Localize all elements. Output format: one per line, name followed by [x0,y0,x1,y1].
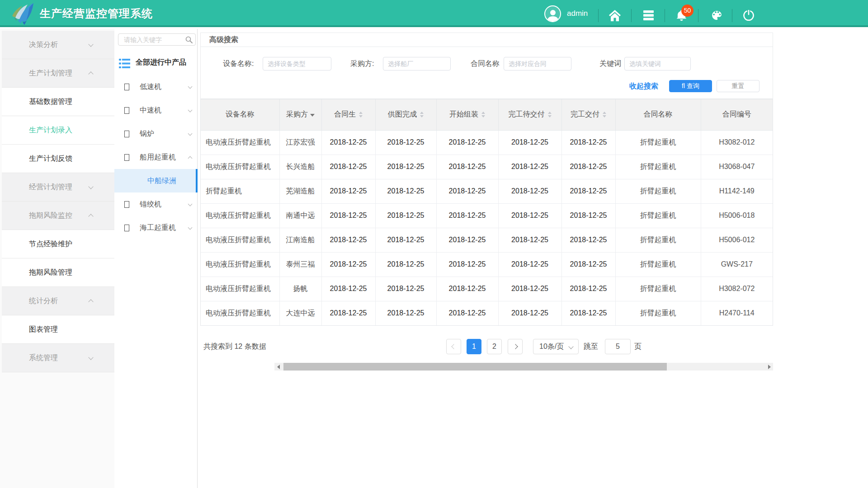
scrollbar-thumb[interactable] [283,363,667,371]
column-header[interactable]: 采购方 [279,99,321,130]
sidebar-item-label: 生产计划反馈 [29,145,72,173]
table-cell: 2018-12-25 [498,252,561,277]
contract-name-label: 合同名称 [471,57,500,70]
sidebar-item[interactable]: 生产计划管理 [2,59,114,88]
chevron-down-icon [189,84,193,89]
table-row[interactable]: 电动液压折臂起重机长兴造船2018-12-252018-12-252018-12… [201,155,773,179]
table-cell: 2018-12-25 [321,301,375,325]
column-header[interactable]: 开始组装 [436,99,498,130]
table-cell: 2018-12-25 [561,179,615,203]
username[interactable]: admin [567,0,588,27]
keyword-label: 关键词 [599,57,621,70]
sort-icon[interactable] [603,112,606,117]
avatar[interactable] [544,5,561,22]
page-size-select[interactable]: 10条/页 [533,339,579,354]
sidebar-item[interactable]: 基础数据管理 [2,88,114,116]
scroll-right-arrow[interactable] [765,363,773,371]
table-row[interactable]: 电动液压折臂起重机泰州三福2018-12-252018-12-252018-12… [201,252,773,277]
table-cell: 2018-12-25 [498,155,561,179]
table-cell: 2018-12-25 [321,130,375,155]
theme-button[interactable] [710,2,723,29]
sort-icon[interactable] [420,112,424,117]
column-header: 合同名称 [615,99,701,130]
logout-button[interactable] [742,2,755,29]
column-header[interactable]: 合同生 [321,99,375,130]
table-cell: 江南造船 [279,228,321,252]
table-row[interactable]: 电动液压折臂起重机大连中远2018-12-252018-12-252018-12… [201,301,773,325]
tree-item[interactable]: 锅炉 [114,122,197,145]
tree-item[interactable]: 海工起重机 [114,216,197,239]
scroll-left-arrow[interactable] [274,363,282,371]
query-button[interactable]: fl 查询 [669,80,712,92]
table-cell: 2018-12-25 [498,277,561,301]
next-page-button[interactable] [508,339,523,354]
column-header[interactable]: 完工交付 [561,99,615,130]
jump-page-input[interactable] [605,339,631,354]
table-cell: 2018-12-25 [561,203,615,228]
sidebar-item-label: 拖期风险监控 [29,202,72,230]
query-button-label: 查询 [687,82,699,89]
search-icon: fl [682,82,685,89]
horizontal-scrollbar[interactable] [274,363,773,371]
sidebar-item[interactable]: 系统管理 [2,344,114,372]
column-header[interactable]: 供图完成 [375,99,436,130]
page-1-button[interactable]: 1 [467,339,481,354]
page-2-button[interactable]: 2 [487,339,502,354]
sidebar-item[interactable]: 拖期风险监控 [2,202,114,230]
device-type-input[interactable] [263,57,331,70]
buyer-input[interactable] [383,57,451,70]
sidebar-item[interactable]: 拖期风险管理 [2,258,114,287]
sidebar-item[interactable]: 图表管理 [2,315,114,344]
home-icon [609,10,621,21]
sidebar-item[interactable]: 生产计划录入 [2,116,114,145]
column-header[interactable]: 完工待交付 [498,99,561,130]
filter-icon[interactable] [310,114,315,117]
table-cell: 长兴造船 [279,155,321,179]
chevron-left-icon [451,344,456,349]
sidebar-item[interactable]: 经营计划管理 [2,173,114,202]
top-bar: 生产经营监控管理系统 admin 50 [0,0,868,27]
tree-item[interactable]: 中船绿洲 [114,169,197,192]
sort-icon[interactable] [481,112,485,117]
home-button[interactable] [608,2,622,29]
table-cell: H5006-012 [701,228,773,252]
tree-item-label: 低速机 [140,75,161,99]
tree-root[interactable]: 全部进行中产品 [114,58,197,69]
table-cell: 2018-12-25 [375,277,436,301]
sidebar-item[interactable]: 决策分析 [2,31,114,59]
table-row[interactable]: 电动液压折臂起重机江南造船2018-12-252018-12-252018-12… [201,228,773,252]
prev-page-button[interactable] [446,339,461,354]
table-cell: 电动液压折臂起重机 [201,130,279,155]
contract-input[interactable] [504,57,571,70]
tree-item[interactable]: 低速机 [114,75,197,99]
sidebar-item-label: 经营计划管理 [29,173,72,201]
menu-button[interactable] [642,2,655,29]
tree-item-label: 锅炉 [140,122,154,145]
table-cell: 泰州三福 [279,252,321,277]
table-row[interactable]: 电动液压折臂起重机南通中远2018-12-252018-12-252018-12… [201,203,773,228]
table-cell: 2018-12-25 [375,130,436,155]
table-cell: 2018-12-25 [498,301,561,325]
reset-button[interactable]: 重置 [717,80,760,92]
sort-icon[interactable] [359,112,363,117]
table-row[interactable]: 电动液压折臂起重机江苏宏强2018-12-252018-12-252018-12… [201,130,773,155]
sidebar-item[interactable]: 生产计划反馈 [2,145,114,173]
sidebar-item[interactable]: 统计分析 [2,287,114,315]
table-row[interactable]: 电动液压折臂起重机扬帆2018-12-252018-12-252018-12-2… [201,277,773,301]
product-icon [124,131,129,137]
tree-search-input[interactable] [118,33,196,46]
column-label: 设备名称 [226,110,255,119]
tree-item[interactable]: 船用起重机 [114,145,197,169]
table-cell: 南通中远 [279,203,321,228]
sidebar-item[interactable]: 节点经验维护 [2,230,114,258]
tree-item[interactable]: 锚绞机 [114,192,197,216]
table-cell: 2018-12-25 [321,277,375,301]
collapse-search-link[interactable]: 收起搜索 [629,82,658,91]
table-cell: 折臂起重机 [615,252,701,277]
table-cell: 2018-12-25 [321,252,375,277]
tree-item[interactable]: 中速机 [114,99,197,122]
keyword-input[interactable] [624,57,691,70]
tree-list: 低速机中速机锅炉船用起重机中船绿洲锚绞机海工起重机 [114,75,197,239]
sort-icon[interactable] [548,112,552,117]
table-row[interactable]: 折臂起重机芜湖造船2018-12-252018-12-252018-12-252… [201,179,773,203]
